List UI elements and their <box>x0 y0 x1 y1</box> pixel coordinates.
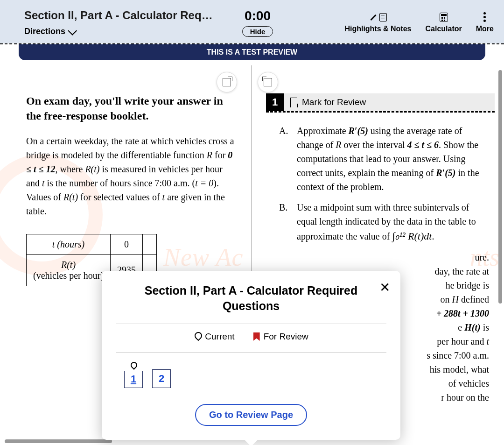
table-cell: 0 <box>111 234 143 254</box>
pencil-icon <box>369 13 378 21</box>
divider <box>116 352 386 353</box>
pin-icon <box>194 332 201 341</box>
highlights-label: Highlights & Notes <box>344 25 411 33</box>
calculator-button[interactable]: Calculator <box>426 13 462 33</box>
more-icon <box>483 12 486 22</box>
more-button[interactable]: More <box>476 13 494 33</box>
collapse-icon <box>264 78 272 86</box>
directions-dropdown[interactable]: Directions <box>24 27 225 36</box>
mark-for-review-button[interactable]: Mark for Review <box>284 93 495 111</box>
expand-icon <box>223 78 231 86</box>
section-title: Section II, Part A - Calculator Req… <box>24 9 225 22</box>
modal-title: Section II, Part A - Calculator Required… <box>116 283 386 313</box>
flag-icon <box>253 332 260 341</box>
table-cell <box>143 234 157 254</box>
divider <box>116 324 386 324</box>
instructions-body: On a certain weekday, the rate at which … <box>26 134 234 218</box>
pin-icon <box>130 362 137 369</box>
table-header-R: R(t)(vehicles per hour) <box>27 254 111 286</box>
question-grid: 1 2 <box>124 362 386 388</box>
question-header: 1 Mark for Review <box>266 93 495 113</box>
expand-right-button[interactable] <box>258 72 278 92</box>
more-label: More <box>476 25 494 33</box>
expand-left-button[interactable] <box>217 72 237 92</box>
question-nav-2[interactable]: 2 <box>152 369 171 388</box>
bookmark-icon <box>290 98 297 107</box>
highlights-notes-button[interactable]: Highlights & Notes <box>344 13 411 33</box>
part-b: B. Use a midpoint sum with three subinte… <box>279 200 491 244</box>
instructions-heading: On exam day, you'll write your answer in… <box>26 93 234 124</box>
question-navigator-modal: ✕ Section II, Part A - Calculator Requir… <box>102 271 400 440</box>
part-a: A. Approximate R′(5) using the average r… <box>279 124 491 194</box>
question-nav-1[interactable]: 1 <box>124 371 143 388</box>
scrollbar-horizontal[interactable] <box>5 439 112 443</box>
header: Section II, Part A - Calculator Req… Dir… <box>0 0 504 43</box>
hide-timer-button[interactable]: Hide <box>242 26 273 37</box>
table-header-t: t (hours) <box>27 234 111 254</box>
note-icon <box>379 13 387 21</box>
legend: Current For Review <box>116 332 386 342</box>
legend-review: For Review <box>253 332 308 342</box>
table-row: t (hours) 0 <box>27 234 157 254</box>
preview-bar: THIS IS A TEST PREVIEW <box>19 44 485 60</box>
timer: 0:00 <box>225 8 290 23</box>
question-number: 1 <box>266 93 284 111</box>
calculator-icon <box>440 13 448 22</box>
directions-label: Directions <box>24 27 65 36</box>
mark-label: Mark for Review <box>302 97 366 107</box>
chevron-down-icon <box>68 26 77 35</box>
legend-current: Current <box>194 332 234 342</box>
scrollbar-vertical[interactable] <box>498 70 502 440</box>
close-button[interactable]: ✕ <box>379 281 390 294</box>
go-to-review-button[interactable]: Go to Review Page <box>195 404 307 426</box>
calculator-label: Calculator <box>426 25 462 33</box>
